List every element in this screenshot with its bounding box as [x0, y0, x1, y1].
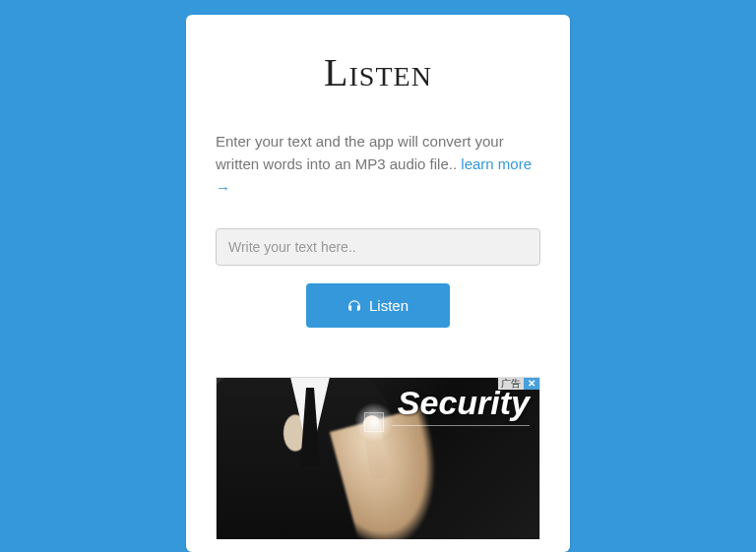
- ad-close-icon[interactable]: ✕: [524, 378, 539, 390]
- app-card: Listen Enter your text and the app will …: [186, 15, 570, 552]
- text-input[interactable]: [216, 228, 540, 266]
- listen-button-label: Listen: [369, 297, 409, 314]
- ad-badges: 广告 ✕: [498, 378, 539, 390]
- ad-label-badge: 广告: [498, 378, 524, 390]
- listen-button[interactable]: Listen: [306, 283, 450, 328]
- arrow-right-icon: →: [216, 176, 230, 199]
- learn-more-text: learn more: [461, 155, 532, 172]
- description-text: Enter your text and the app will convert…: [216, 130, 540, 199]
- page-title: Listen: [216, 49, 540, 95]
- ad-touch-glow: [354, 402, 394, 442]
- headphones-icon: [347, 298, 361, 312]
- ad-banner[interactable]: Security 广告 ✕: [216, 377, 540, 539]
- ad-underline: [392, 425, 530, 426]
- button-row: Listen: [216, 283, 540, 328]
